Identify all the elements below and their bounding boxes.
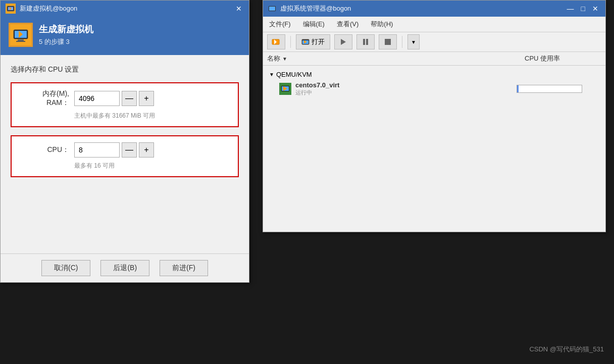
vm-close-button[interactable]: ✕ [590, 5, 600, 13]
vm-menubar: 文件(F) 编辑(E) 查看(V) 帮助(H) [263, 17, 605, 32]
vm-item-info: centos7.0_virt 运行中 [295, 81, 517, 96]
ram-hint: 主机中最多有 31667 MiB 可用 [74, 112, 231, 120]
cpu-row: CPU： — + [19, 142, 231, 158]
cpu-label: CPU： [19, 145, 74, 154]
ram-minus-button[interactable]: — [122, 91, 137, 106]
toolbar-open-button[interactable]: 打开 [296, 34, 330, 49]
svg-rect-7 [16, 41, 25, 42]
ram-row: 内存(M), RAM： — + [19, 89, 231, 108]
group-name: QEMU/KVM [276, 71, 312, 78]
ram-setting-group: 内存(M), RAM： — + 主机中最多有 31667 MiB 可用 [11, 82, 239, 127]
vm-content: 名称 ▼ CPU 使用率 ▼ QEMU/KVM [263, 52, 605, 232]
vm-list: ▼ QEMU/KVM centos7.0_virt 运行中 [263, 66, 605, 232]
toolbar-new-vm-button[interactable] [267, 34, 285, 49]
dialog-titlebar: 新建虚拟机@bogon ✕ [1, 1, 249, 17]
titlebar-app-icon [6, 4, 16, 14]
group-expand-icon: ▼ [269, 72, 274, 77]
dialog-wizard-subtitle: 5 的步骤 3 [39, 37, 93, 46]
dialog-header-icon [9, 23, 33, 47]
ram-label: 内存(M), RAM： [19, 89, 74, 108]
svg-rect-6 [18, 39, 24, 41]
vm-titlebar-controls: — □ ✕ [565, 5, 600, 13]
vm-titlebar-title: 虚拟系统管理器@bogon [280, 4, 351, 13]
cpu-input-group: — + [74, 142, 154, 158]
back-button[interactable]: 后退(B) [100, 260, 149, 276]
toolbar-open-label: 打开 [312, 37, 325, 46]
toolbar-separator-2 [402, 36, 402, 48]
vm-item-name: centos7.0_virt [295, 81, 517, 89]
toolbar-play-button[interactable] [334, 34, 352, 49]
dialog-header: 生成新虚拟机 5 的步骤 3 [1, 17, 249, 55]
menu-help[interactable]: 帮助(H) [369, 19, 395, 30]
vm-item-icon [279, 83, 291, 95]
cpu-input[interactable] [74, 142, 120, 158]
vm-group-qemu: ▼ QEMU/KVM centos7.0_virt 运行中 [267, 70, 601, 98]
cpu-minus-button[interactable]: — [122, 142, 137, 158]
dialog-wizard-title: 生成新虚拟机 [39, 23, 93, 35]
dialog-body: 选择内存和 CPU 设置 内存(M), RAM： — + 主机中最多有 3166… [1, 55, 249, 253]
forward-button[interactable]: 前进(F) [160, 260, 208, 276]
vm-minimize-button[interactable]: — [565, 5, 576, 13]
vm-titlebar-left: 虚拟系统管理器@bogon [268, 4, 351, 13]
col-name-label: 名称 [267, 54, 280, 63]
vm-manager-window: 虚拟系统管理器@bogon — □ ✕ 文件(F) 编辑(E) 查看(V) 帮助… [263, 0, 606, 232]
ram-input[interactable] [74, 91, 120, 106]
watermark: CSDN @写代码的猫_531 [529, 345, 604, 354]
vm-titlebar: 虚拟系统管理器@bogon — □ ✕ [263, 1, 605, 17]
dialog-header-text: 生成新虚拟机 5 的步骤 3 [39, 23, 93, 46]
cpu-hint: 最多有 16 可用 [74, 162, 231, 170]
vm-group-header[interactable]: ▼ QEMU/KVM [267, 70, 601, 79]
dialog-close-button[interactable]: ✕ [234, 4, 244, 14]
col-name-sort-icon: ▼ [282, 56, 287, 62]
toolbar-stop-button[interactable] [379, 34, 397, 49]
new-vm-dialog: 新建虚拟机@bogon ✕ 生成新虚拟机 5 的步骤 3 选择内存和 CPU 设… [0, 0, 249, 283]
svg-rect-18 [385, 39, 391, 45]
cpu-plus-button[interactable]: + [139, 142, 154, 158]
vm-item-status: 运行中 [295, 89, 517, 96]
dialog-title: 新建虚拟机@bogon [20, 4, 77, 13]
ram-input-group: — + [74, 91, 154, 106]
cpu-bar-container [517, 85, 582, 93]
svg-rect-16 [363, 39, 365, 45]
toolbar-pause-button[interactable] [356, 34, 375, 49]
toolbar-separator-1 [290, 36, 291, 48]
col-name-header: 名称 ▼ [267, 54, 521, 63]
vm-titlebar-app-icon [268, 5, 276, 13]
menu-file[interactable]: 文件(F) [267, 19, 293, 30]
vm-maximize-button[interactable]: □ [579, 5, 587, 13]
toolbar-more-button[interactable]: ▼ [407, 34, 420, 49]
cpu-setting-group: CPU： — + 最多有 16 可用 [11, 135, 239, 177]
dialog-footer: 取消(C) 后退(B) 前进(F) [1, 253, 249, 282]
cancel-button[interactable]: 取消(C) [41, 260, 90, 276]
svg-rect-9 [269, 7, 275, 11]
svg-marker-15 [341, 39, 346, 45]
vm-toolbar: 打开 ▼ [263, 32, 605, 52]
vm-table-header: 名称 ▼ CPU 使用率 [263, 52, 605, 66]
ram-plus-button[interactable]: + [139, 91, 154, 106]
vm-item-cpu [517, 85, 597, 93]
list-item[interactable]: centos7.0_virt 运行中 [267, 79, 601, 98]
titlebar-left: 新建虚拟机@bogon [6, 4, 77, 14]
menu-view[interactable]: 查看(V) [335, 19, 361, 30]
cpu-bar-fill [517, 85, 519, 92]
col-cpu-header: CPU 使用率 [521, 54, 601, 63]
menu-edit[interactable]: 编辑(E) [301, 19, 327, 30]
section-title: 选择内存和 CPU 设置 [11, 65, 239, 74]
svg-rect-17 [366, 39, 368, 45]
